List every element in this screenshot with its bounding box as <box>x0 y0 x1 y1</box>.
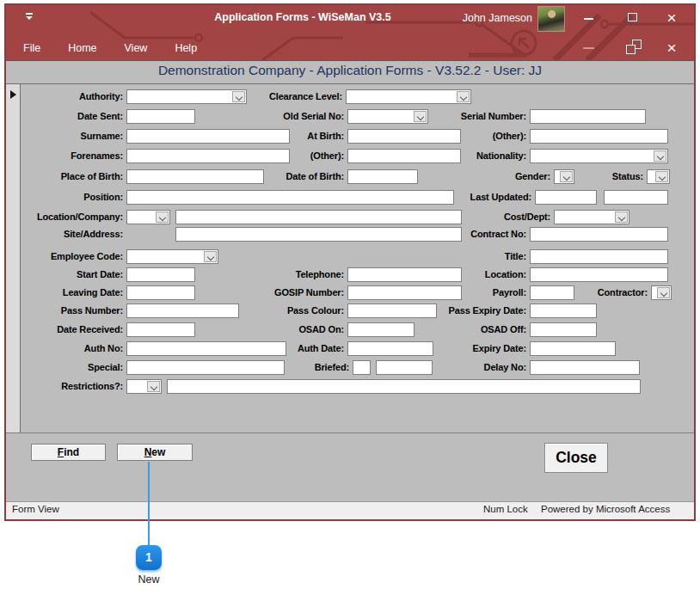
dropdown-button[interactable] <box>560 171 573 182</box>
user-avatar <box>538 7 564 31</box>
dropdown-button[interactable] <box>204 251 217 262</box>
dropdown-button[interactable] <box>654 150 666 162</box>
last-updated-date-input[interactable] <box>535 190 597 205</box>
location-company-input[interactable] <box>175 210 462 224</box>
field-label-place-of-birth: Place of Birth: <box>3 169 123 184</box>
special-input[interactable] <box>126 360 285 375</box>
maximize-button[interactable] <box>621 9 643 29</box>
field-label-restrictions: Restrictions?: <box>3 379 123 394</box>
field-label-auth-no: Auth No: <box>3 341 123 356</box>
gender-combo[interactable] <box>554 169 574 184</box>
field-label-osad-off: OSAD Off: <box>406 322 526 337</box>
minimize-icon <box>584 18 593 20</box>
restrictions-input[interactable] <box>167 379 641 394</box>
surname-other-input[interactable] <box>530 129 668 144</box>
serial-number-input[interactable] <box>530 109 646 124</box>
menu-help[interactable]: Help <box>175 40 197 57</box>
last-updated-time-input[interactable] <box>604 190 668 205</box>
old-serial-no-combo[interactable] <box>347 109 428 124</box>
dropdown-button[interactable] <box>457 91 470 102</box>
field-label-status: Status: <box>523 169 643 184</box>
field-label-special: Special: <box>3 360 123 375</box>
callout-label: New <box>123 573 175 586</box>
pass-expiry-date-input[interactable] <box>530 304 597 318</box>
new-button[interactable]: New <box>117 444 193 461</box>
authority-combo[interactable] <box>126 89 247 104</box>
dropdown-button[interactable] <box>655 171 668 182</box>
user-name: John Jameson <box>463 12 532 24</box>
start-date-input[interactable] <box>126 267 195 282</box>
clearance-level-combo[interactable] <box>346 89 471 104</box>
forenames-input[interactable] <box>126 149 290 163</box>
close-button[interactable]: Close <box>544 443 608 473</box>
dropdown-button[interactable] <box>147 381 160 392</box>
child-minimize-button[interactable] <box>583 47 594 49</box>
leaving-date-input[interactable] <box>126 285 195 300</box>
pass-number-input[interactable] <box>126 304 239 318</box>
contractor-combo[interactable] <box>651 285 672 300</box>
chevron-down-icon <box>150 383 157 390</box>
dropdown-button[interactable] <box>156 212 169 223</box>
auth-no-input[interactable] <box>126 341 286 356</box>
close-window-button[interactable]: × <box>660 8 683 28</box>
field-label-pass-colour: Pass Colour: <box>224 304 344 318</box>
date-of-birth-input[interactable] <box>347 169 418 184</box>
menu-file[interactable]: File <box>23 40 40 57</box>
field-label-old-serial-no: Old Serial No: <box>224 109 344 124</box>
briefed-flag-input[interactable] <box>353 360 371 375</box>
auth-date-input[interactable] <box>347 341 433 356</box>
chevron-down-icon <box>416 113 423 120</box>
site-address-input[interactable] <box>175 227 462 242</box>
chevron-down-icon <box>660 290 666 297</box>
osad-on-input[interactable] <box>347 322 414 337</box>
menu-view[interactable]: View <box>125 40 148 57</box>
quick-access-toolbar-icon[interactable] <box>23 13 35 23</box>
date-sent-input[interactable] <box>126 109 195 124</box>
menu-home[interactable]: Home <box>68 40 96 57</box>
osad-off-input[interactable] <box>530 322 597 337</box>
nationality-combo[interactable] <box>530 149 668 163</box>
field-label-date-sent: Date Sent: <box>3 109 123 124</box>
employee-code-combo[interactable] <box>126 249 218 264</box>
telephone-input[interactable] <box>347 267 462 282</box>
restore-window-button[interactable] <box>626 40 642 54</box>
dropdown-button[interactable] <box>232 91 245 102</box>
location-input[interactable] <box>530 267 668 282</box>
close-form-button[interactable]: × <box>660 38 683 58</box>
date-received-input[interactable] <box>126 322 195 337</box>
expiry-date-input[interactable] <box>530 341 616 356</box>
field-label-osad-on: OSAD On: <box>224 322 344 337</box>
find-button[interactable]: Find <box>31 444 106 461</box>
chevron-down-icon <box>206 254 213 261</box>
gosip-number-input[interactable] <box>347 285 462 300</box>
chevron-down-icon <box>617 214 624 221</box>
dropdown-button[interactable] <box>414 111 427 122</box>
position-input[interactable] <box>126 190 454 205</box>
field-label-forenames: Forenames: <box>3 149 123 163</box>
delay-no-input[interactable] <box>530 360 640 375</box>
field-label-authority: Authority: <box>3 89 123 104</box>
briefed-date-input[interactable] <box>376 360 433 375</box>
field-label-employee-code: Employee Code: <box>3 249 123 264</box>
at-birth-input[interactable] <box>347 129 461 144</box>
surname-input[interactable] <box>126 129 290 144</box>
field-label-position: Position: <box>3 190 123 205</box>
chevron-down-icon <box>459 94 466 101</box>
dropdown-button[interactable] <box>615 212 628 223</box>
forenames-other-input[interactable] <box>347 149 461 163</box>
pass-colour-input[interactable] <box>347 304 437 318</box>
status-combo[interactable] <box>647 169 670 184</box>
chevron-down-icon <box>562 174 569 181</box>
payroll-input[interactable] <box>530 285 574 300</box>
contract-no-input[interactable] <box>530 227 668 242</box>
cost-dept-combo[interactable] <box>554 210 629 224</box>
dropdown-button[interactable] <box>657 287 670 298</box>
chevron-down-icon <box>658 174 665 181</box>
chevron-down-icon <box>235 94 242 101</box>
restrictions-combo[interactable] <box>126 379 162 394</box>
minimize-button[interactable] <box>577 9 599 29</box>
location-company-combo[interactable] <box>126 210 170 224</box>
place-of-birth-input[interactable] <box>126 169 264 184</box>
field-label-start-date: Start Date: <box>3 267 123 282</box>
title-input[interactable] <box>530 249 668 264</box>
